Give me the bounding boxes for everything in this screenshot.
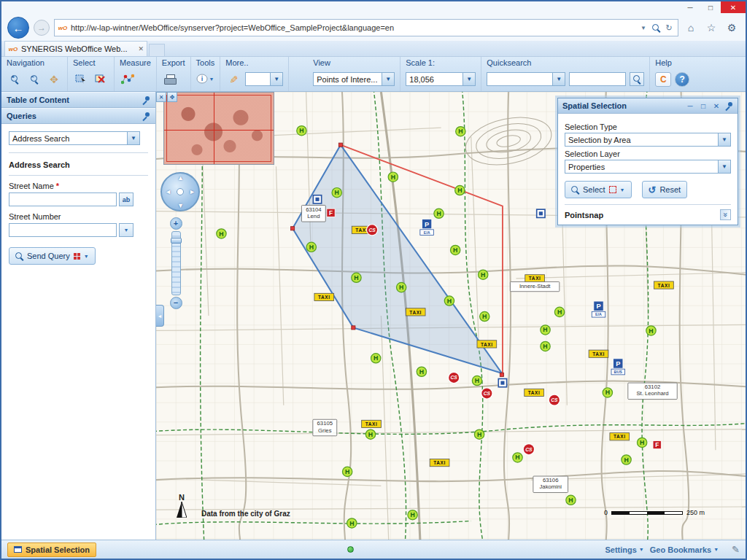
parking-marker[interactable]: PE/A bbox=[420, 219, 434, 235]
forward-button[interactable]: → bbox=[34, 20, 50, 36]
panel-pin-icon[interactable] bbox=[725, 102, 733, 110]
hospital-marker[interactable]: H bbox=[637, 438, 646, 447]
info-marker[interactable] bbox=[498, 378, 506, 386]
edit-pencil-icon[interactable]: ✎ bbox=[732, 544, 740, 555]
taxi-marker[interactable]: TAXI bbox=[314, 293, 334, 300]
query-type-dropdown[interactable]: Address Search ▼ bbox=[9, 131, 140, 145]
copyright-button[interactable]: C bbox=[655, 72, 671, 87]
refresh-icon[interactable]: ↻ bbox=[663, 23, 675, 33]
hospital-marker[interactable]: H bbox=[352, 273, 361, 282]
street-name-input[interactable] bbox=[9, 192, 117, 206]
settings-menu[interactable]: Settings ▼ bbox=[605, 545, 643, 554]
clear-selection-button[interactable] bbox=[93, 71, 109, 88]
fire-marker[interactable]: F bbox=[327, 209, 335, 217]
select-tool-button[interactable] bbox=[73, 71, 89, 88]
tools-button[interactable]: i ▼ bbox=[196, 71, 214, 88]
zoom-in-button[interactable]: + bbox=[7, 71, 23, 88]
reset-button[interactable]: ↺ Reset bbox=[642, 181, 688, 198]
hospital-marker[interactable]: H bbox=[456, 127, 465, 136]
more-dropdown[interactable]: ▼ bbox=[245, 72, 283, 86]
url-text[interactable]: http://w-lap-wintner/WebOffice/synserver… bbox=[71, 23, 635, 32]
hospital-marker[interactable]: H bbox=[408, 510, 417, 520]
statusbar-spatial-selection-tab[interactable]: Spatial Selection bbox=[7, 542, 96, 557]
hospital-marker[interactable]: H bbox=[217, 229, 226, 238]
taxi-marker[interactable]: TAXI bbox=[589, 350, 608, 357]
scale-dropdown-icon[interactable]: ▼ bbox=[462, 73, 475, 85]
taxi-marker[interactable]: TAXI bbox=[525, 275, 545, 282]
pan-right-icon[interactable]: ► bbox=[189, 188, 196, 195]
taxi-marker[interactable]: TAXI bbox=[654, 281, 674, 289]
sidebar-collapse-handle[interactable]: ◄ bbox=[156, 305, 164, 327]
queries-panel-header[interactable]: Queries bbox=[1, 108, 155, 124]
hospital-marker[interactable]: H bbox=[513, 453, 522, 462]
hospital-marker[interactable]: H bbox=[332, 187, 341, 197]
alphabet-search-button[interactable]: ab bbox=[119, 192, 133, 206]
taxi-marker[interactable]: TAXI bbox=[406, 308, 425, 316]
spatial-panel-header[interactable]: Spatial Selection ─ □ ✕ bbox=[558, 98, 738, 114]
hospital-marker[interactable]: H bbox=[566, 495, 576, 505]
hospital-marker[interactable]: H bbox=[622, 455, 631, 464]
quicksearch-input[interactable] bbox=[569, 72, 626, 86]
favorites-icon[interactable]: ☆ bbox=[703, 22, 719, 34]
hospital-marker[interactable]: H bbox=[480, 311, 489, 321]
pan-center-button[interactable] bbox=[177, 188, 184, 195]
hospital-marker[interactable]: H bbox=[306, 242, 316, 252]
info-marker[interactable] bbox=[313, 195, 321, 203]
overview-move-button[interactable]: ✥ bbox=[167, 92, 177, 102]
hospital-marker[interactable]: H bbox=[347, 518, 357, 528]
parking-marker[interactable]: PBUS bbox=[611, 359, 625, 375]
view-dropdown-icon[interactable]: ▼ bbox=[382, 73, 394, 85]
hospital-marker[interactable]: H bbox=[297, 126, 306, 136]
browser-tab[interactable]: wO SYNERGIS WebOffice Web... ✕ bbox=[4, 41, 147, 56]
hospital-marker[interactable]: H bbox=[474, 429, 484, 439]
scale-dropdown[interactable]: 18,056 ▼ bbox=[406, 72, 476, 86]
pan-down-icon[interactable]: ▼ bbox=[177, 202, 184, 209]
pan-left-icon[interactable]: ◄ bbox=[165, 188, 171, 195]
close-button[interactable]: ✕ bbox=[721, 1, 746, 13]
pan-compass[interactable]: ▲ ▼ ◄ ► bbox=[160, 172, 200, 211]
fire-marker[interactable]: F bbox=[653, 440, 661, 448]
cs-marker[interactable]: CS bbox=[448, 372, 460, 384]
pointsnap-expand-icon[interactable]: » bbox=[720, 209, 731, 220]
redline-button[interactable]: ✎ bbox=[225, 71, 241, 88]
street-number-dropdown[interactable]: ▼ bbox=[119, 223, 133, 237]
toc-pin-icon[interactable] bbox=[142, 96, 150, 104]
selection-layer-dropdown-icon[interactable]: ▼ bbox=[718, 160, 730, 173]
maximize-button[interactable]: □ bbox=[700, 1, 721, 13]
hospital-marker[interactable]: H bbox=[371, 354, 381, 363]
hospital-marker[interactable]: H bbox=[450, 245, 460, 254]
overview-close-button[interactable]: ✕ bbox=[156, 92, 166, 102]
vertex-handle[interactable] bbox=[352, 326, 355, 330]
taxi-marker[interactable]: TAXI bbox=[477, 341, 497, 348]
hospital-marker[interactable]: H bbox=[472, 376, 481, 385]
selection-layer-dropdown[interactable]: Properties ▼ bbox=[565, 160, 731, 174]
zoom-slider-track[interactable] bbox=[171, 231, 181, 295]
zoom-slider-thumb[interactable] bbox=[171, 238, 182, 244]
parking-marker[interactable]: PE/A bbox=[592, 301, 605, 317]
url-box[interactable]: wO http://w-lap-wintner/WebOffice/synser… bbox=[54, 19, 678, 36]
home-icon[interactable]: ⌂ bbox=[683, 22, 699, 34]
cs-marker[interactable]: CS bbox=[523, 443, 535, 455]
taxi-marker[interactable]: TAXI bbox=[430, 459, 449, 466]
cs-marker[interactable]: CS bbox=[481, 387, 492, 399]
tab-close-icon[interactable]: ✕ bbox=[138, 45, 144, 52]
selection-type-dropdown[interactable]: Selection by Area ▼ bbox=[565, 133, 731, 147]
quicksearch-dropdown[interactable]: ▼ bbox=[487, 72, 565, 86]
toc-panel-header[interactable]: Table of Content bbox=[1, 92, 155, 108]
search-icon[interactable] bbox=[652, 24, 660, 32]
measure-button[interactable] bbox=[120, 71, 136, 88]
pointsnap-section[interactable]: Pointsnap » bbox=[565, 204, 731, 220]
street-number-input[interactable] bbox=[9, 223, 117, 237]
back-button[interactable]: ← bbox=[7, 17, 29, 39]
geo-bookmarks-menu[interactable]: Geo Bookmarks ▼ bbox=[650, 545, 719, 554]
panel-close-icon[interactable]: ✕ bbox=[712, 102, 721, 110]
window-titlebar[interactable]: ─ □ ✕ bbox=[1, 1, 746, 15]
cs-marker[interactable]: CS bbox=[549, 394, 560, 405]
quicksearch-dropdown-icon[interactable]: ▼ bbox=[552, 73, 565, 85]
cs-marker[interactable]: CS bbox=[366, 224, 378, 236]
queries-pin-icon[interactable] bbox=[142, 112, 150, 120]
zoom-slider-out-button[interactable]: − bbox=[170, 297, 182, 309]
vertex-handle[interactable] bbox=[338, 143, 342, 147]
new-tab-button[interactable] bbox=[149, 44, 165, 56]
panel-restore-icon[interactable]: □ bbox=[699, 102, 708, 110]
